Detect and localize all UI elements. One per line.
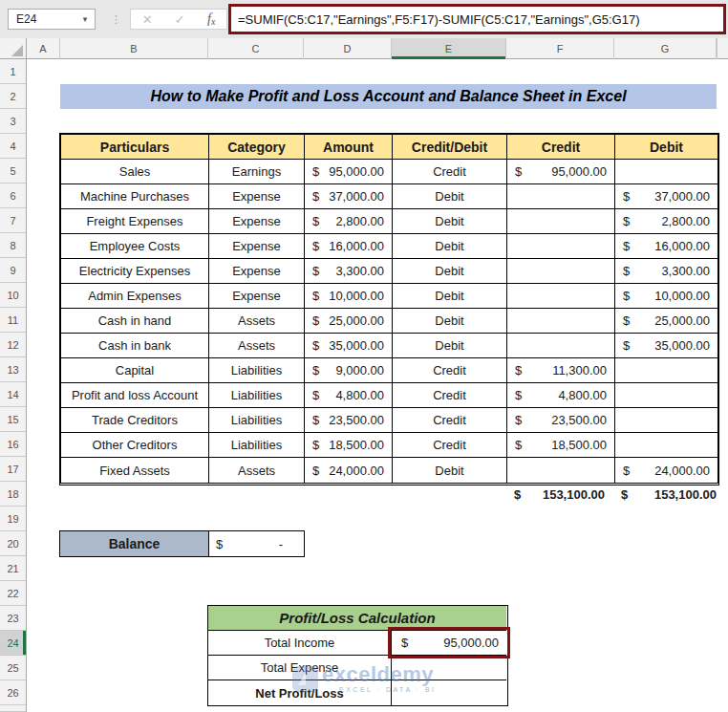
header-credit[interactable]: Credit	[507, 135, 615, 160]
row-header-4[interactable]: 4	[0, 134, 26, 159]
balance-value-cell[interactable]: $ -	[209, 530, 305, 557]
cell-credit-debit[interactable]: Credit	[393, 358, 507, 383]
cell-particulars[interactable]: Cash in hand	[61, 309, 209, 334]
column-header-c[interactable]: C	[208, 38, 304, 59]
cell-credit-debit[interactable]: Credit	[393, 160, 507, 184]
cell-amount[interactable]: $35,000.00	[305, 334, 393, 358]
cell-category[interactable]: Liabilities	[209, 433, 305, 458]
column-header-b[interactable]: B	[60, 38, 208, 59]
debit-total-cell[interactable]: $ 153,100.00	[614, 482, 718, 507]
row-header-9[interactable]: 9	[0, 258, 26, 283]
cell-credit[interactable]	[507, 234, 615, 259]
cell-credit[interactable]: $11,300.00	[507, 358, 615, 383]
cell-category[interactable]: Liabilities	[209, 408, 305, 433]
cell-debit[interactable]: $16,000.00	[615, 234, 717, 259]
header-category[interactable]: Category	[209, 135, 305, 160]
cell-particulars[interactable]: Machine Purchases	[61, 184, 209, 209]
column-header-g[interactable]: G	[614, 38, 717, 59]
cell-category[interactable]: Expense	[209, 284, 305, 309]
row-header-21[interactable]: 21	[0, 556, 26, 581]
cell-credit-debit[interactable]: Debit	[393, 458, 507, 483]
cell-credit[interactable]: $18,500.00	[507, 433, 615, 458]
row-header-5[interactable]: 5	[0, 159, 26, 183]
row-header-7[interactable]: 7	[0, 208, 26, 233]
total-expense-label-cell[interactable]: Total Expense	[208, 656, 392, 680]
cell-credit[interactable]	[507, 284, 615, 309]
column-header-d[interactable]: D	[304, 38, 392, 59]
row-header-11[interactable]: 11	[0, 308, 26, 333]
cell-debit[interactable]: $10,000.00	[615, 284, 717, 309]
net-profit-loss-value-cell[interactable]	[392, 680, 506, 705]
cell-credit[interactable]	[507, 458, 615, 483]
row-header-23[interactable]: 23	[0, 606, 26, 631]
cell-credit-debit[interactable]: Debit	[393, 184, 507, 209]
cell-particulars[interactable]: Profit and loss Account	[61, 383, 209, 408]
cell-category[interactable]: Assets	[209, 458, 305, 483]
cell-credit-debit[interactable]: Credit	[393, 433, 507, 458]
row-header-22[interactable]: 22	[0, 581, 26, 606]
cell-credit-debit[interactable]: Debit	[393, 284, 507, 309]
cell-particulars[interactable]: Fixed Assets	[61, 458, 209, 483]
row-header-14[interactable]: 14	[0, 382, 26, 407]
cell-particulars[interactable]: Other Creditors	[61, 433, 209, 458]
cell-credit[interactable]	[507, 259, 615, 284]
cell-debit[interactable]	[615, 358, 717, 383]
cell-category[interactable]: Expense	[209, 234, 305, 259]
cell-credit-debit[interactable]: Debit	[393, 334, 507, 358]
row-header-18[interactable]: 18	[0, 482, 26, 507]
row-header-17[interactable]: 17	[0, 457, 26, 482]
cell-credit-debit[interactable]: Debit	[393, 234, 507, 259]
cell-particulars[interactable]: Electricity Expenses	[61, 259, 209, 284]
cell-debit[interactable]	[615, 383, 717, 408]
row-header-6[interactable]: 6	[0, 183, 26, 208]
cell-particulars[interactable]: Freight Expenses	[61, 209, 209, 234]
select-all-corner[interactable]	[0, 38, 27, 59]
cell-credit[interactable]	[507, 209, 615, 234]
cell-debit[interactable]: $24,000.00	[615, 458, 717, 483]
cell-category[interactable]: Expense	[209, 209, 305, 234]
cell-debit[interactable]: $35,000.00	[615, 334, 717, 358]
row-header-15[interactable]: 15	[0, 407, 26, 432]
balance-label-cell[interactable]: Balance	[59, 530, 209, 557]
insert-function-icon[interactable]: fx	[207, 11, 215, 27]
cell-amount[interactable]: $18,500.00	[305, 433, 393, 458]
formula-input[interactable]: =SUMIF(C5:C17,"Earnings",F5:F17)-SUMIF(C…	[228, 4, 726, 34]
cell-particulars[interactable]: Employee Costs	[61, 234, 209, 259]
net-profit-loss-label-cell[interactable]: Net Profit/Loss	[208, 680, 392, 705]
cell-amount[interactable]: $4,800.00	[305, 383, 393, 408]
cell-credit-debit[interactable]: Credit	[393, 383, 507, 408]
cell-amount[interactable]: $23,500.00	[305, 408, 393, 433]
cell-credit-debit[interactable]: Debit	[393, 259, 507, 284]
cell-amount[interactable]: $37,000.00	[305, 184, 393, 209]
column-header-e[interactable]: E	[392, 38, 506, 59]
row-header-12[interactable]: 12	[0, 333, 26, 357]
dropdown-caret-icon[interactable]: ▾	[75, 14, 95, 24]
cell-category[interactable]: Expense	[209, 259, 305, 284]
credit-total-cell[interactable]: $ 153,100.00	[506, 482, 614, 507]
cell-category[interactable]: Assets	[209, 309, 305, 334]
row-header-2[interactable]: 2	[0, 84, 26, 109]
cell-category[interactable]: Expense	[209, 184, 305, 209]
cell-amount[interactable]: $24,000.00	[305, 458, 393, 483]
cell-debit[interactable]: $25,000.00	[615, 309, 717, 334]
header-credit-debit[interactable]: Credit/Debit	[393, 135, 507, 160]
header-amount[interactable]: Amount	[305, 135, 393, 160]
row-header-25[interactable]: 25	[0, 656, 26, 680]
cell-credit[interactable]: $4,800.00	[507, 383, 615, 408]
cell-particulars[interactable]: Capital	[61, 358, 209, 383]
cell-amount[interactable]: $10,000.00	[305, 284, 393, 309]
header-particulars[interactable]: Particulars	[61, 135, 209, 160]
cell-debit[interactable]	[615, 160, 717, 184]
row-header-26[interactable]: 26	[0, 680, 26, 705]
cell-credit-debit[interactable]: Debit	[393, 309, 507, 334]
header-debit[interactable]: Debit	[615, 135, 717, 160]
column-header-a[interactable]: A	[27, 38, 60, 59]
total-income-label-cell[interactable]: Total Income	[208, 631, 392, 656]
column-header-f[interactable]: F	[506, 38, 614, 59]
cell-credit-debit[interactable]: Credit	[393, 408, 507, 433]
cell-credit[interactable]: $23,500.00	[507, 408, 615, 433]
cell-category[interactable]: Liabilities	[209, 358, 305, 383]
cell-debit[interactable]	[615, 433, 717, 458]
row-header-19[interactable]: 19	[0, 507, 26, 531]
row-header-3[interactable]: 3	[0, 109, 26, 134]
